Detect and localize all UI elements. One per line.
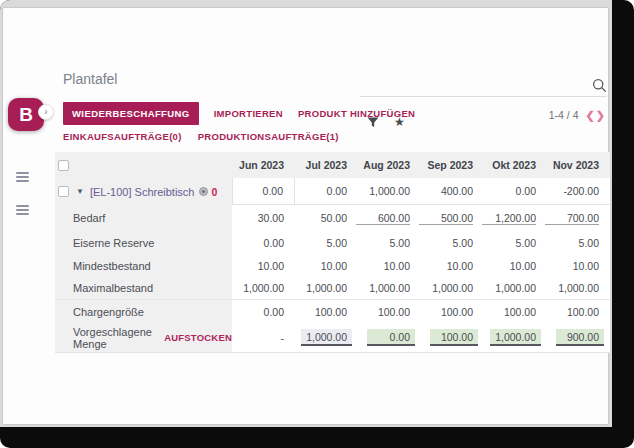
suggested-qty-input[interactable]: 0.00 (367, 329, 415, 346)
demand-cell: 1,200.00 (484, 205, 547, 231)
favorites-icon[interactable]: ★ (394, 116, 405, 128)
replenish-button[interactable]: WIEDERBESCHAFFUNG (63, 102, 199, 125)
min-stock-cell: 10.00 (295, 255, 358, 277)
suggested-qty-input[interactable]: 100.00 (430, 329, 478, 346)
batch-size-cell: 100.00 (358, 299, 421, 323)
safety-stock-row: Eiserne Reserve 0.00 5.00 5.00 5.00 5.00… (55, 231, 610, 255)
max-stock-cell: 1,000.00 (295, 277, 358, 299)
product-value-cell: 0.00 (295, 178, 358, 205)
header-select-cell (55, 152, 232, 178)
min-stock-cell: 10.00 (547, 255, 610, 277)
row-label: Eiserne Reserve (55, 231, 232, 255)
procurement-indicator-icon (199, 187, 208, 196)
pager: 1-4 / 4 ❮ ❯ (549, 109, 605, 121)
product-name[interactable]: [EL-100] Schreibtisch (90, 186, 195, 198)
max-stock-cell: 1,000.00 (484, 277, 547, 299)
filter-icon[interactable] (367, 117, 379, 128)
collapse-caret-icon[interactable]: ▼ (76, 187, 84, 196)
demand-input[interactable]: 500.00 (419, 212, 473, 225)
manufacturing-orders-button[interactable]: PRODUKTIONSAUFTRÄGE(1) (198, 131, 339, 142)
safety-stock-cell: 5.00 (421, 231, 484, 255)
suggested-qty-input[interactable]: 900.00 (556, 329, 604, 346)
max-stock-row: Maximalbestand 1,000.00 1,000.00 1,000.0… (55, 277, 610, 299)
row-label: Bedarf (55, 205, 232, 231)
toolbar-secondary-row: EINKAUFSAUFTRÄGE(0) PRODUKTIONSAUFTRÄGE(… (63, 131, 339, 142)
max-stock-cell: 1,000.00 (547, 277, 610, 299)
product-value-cell-negative: -200.00 (547, 178, 610, 205)
column-header: Jul 2023 (295, 152, 358, 178)
max-stock-cell: 1,000.00 (232, 277, 295, 299)
drag-handle-icon[interactable] (16, 172, 29, 182)
batch-size-cell: 100.00 (547, 299, 610, 323)
demand-input[interactable]: 600.00 (356, 212, 410, 225)
column-header: Aug 2023 (358, 152, 421, 178)
drag-handle-icon[interactable] (16, 205, 29, 215)
select-all-checkbox[interactable] (58, 160, 69, 171)
safety-stock-cell: 0.00 (232, 231, 295, 255)
min-stock-row: Mindestbestand 10.00 10.00 10.00 10.00 1… (55, 255, 610, 277)
product-value-cell: 0.00 (232, 178, 295, 205)
max-stock-cell: 1,000.00 (358, 277, 421, 299)
demand-input[interactable]: 1,200.00 (482, 212, 536, 225)
column-header: Okt 2023 (484, 152, 547, 178)
batch-size-cell: 100.00 (421, 299, 484, 323)
product-value-cell: 0.00 (484, 178, 547, 205)
min-stock-cell: 10.00 (484, 255, 547, 277)
demand-input[interactable]: 700.00 (545, 212, 599, 225)
safety-stock-cell: 5.00 (484, 231, 547, 255)
column-header: Jun 2023 (232, 152, 295, 178)
column-header: Nov 2023 (547, 152, 610, 178)
toolbar-primary-row: WIEDERBESCHAFFUNG IMPORTIEREN PRODUKT HI… (63, 102, 415, 125)
suggested-qty-cell: 1,000.00 (295, 323, 358, 353)
mps-table: Jun 2023 Jul 2023 Aug 2023 Sep 2023 Okt … (55, 152, 610, 353)
product-value-cell: 1,000.00 (358, 178, 421, 205)
batch-size-cell: 100.00 (484, 299, 547, 323)
sidebar-expand-button[interactable]: › (38, 104, 54, 120)
demand-cell: 600.00 (358, 205, 421, 231)
row-label-with-action: Vorgeschlagene Menge AUFSTOCKEN (55, 323, 232, 353)
batch-size-cell: 100.00 (295, 299, 358, 323)
product-checkbox[interactable] (58, 186, 69, 197)
screen: B › Plantafel WIEDERBESCHAFFUNG IMPORTIE… (0, 0, 634, 448)
purchase-orders-button[interactable]: EINKAUFSAUFTRÄGE(0) (63, 131, 182, 142)
safety-stock-cell: 5.00 (358, 231, 421, 255)
safety-stock-cell: 5.00 (547, 231, 610, 255)
suggested-qty-cell: - (232, 323, 295, 353)
demand-cell: 700.00 (547, 205, 610, 231)
pager-range: 1-4 / 4 (549, 109, 579, 121)
replenish-row-link[interactable]: AUFSTOCKEN (164, 332, 232, 343)
procurement-count-badge: 0 (211, 186, 217, 198)
suggested-qty-cell: 0.00 (358, 323, 421, 353)
search-input[interactable] (360, 75, 580, 95)
demand-cell: 30.00 (232, 205, 295, 231)
pager-next-button[interactable]: ❯ (596, 109, 605, 121)
row-label: Vorgeschlagene Menge (73, 326, 156, 350)
demand-cell: 500.00 (421, 205, 484, 231)
import-button[interactable]: IMPORTIEREN (214, 108, 283, 119)
row-label: Mindestbestand (55, 255, 232, 277)
batch-size-row: Chargengröße 0.00 100.00 100.00 100.00 1… (55, 299, 610, 323)
suggested-qty-row: Vorgeschlagene Menge AUFSTOCKEN - 1,000.… (55, 323, 610, 353)
table-header-row: Jun 2023 Jul 2023 Aug 2023 Sep 2023 Okt … (55, 152, 610, 178)
product-label-cell: ▼ [EL-100] Schreibtisch 0 (55, 178, 232, 205)
search-bar (360, 75, 607, 97)
suggested-qty-cell: 900.00 (547, 323, 610, 353)
demand-row: Bedarf 30.00 50.00 600.00 500.00 1,200.0… (55, 205, 610, 231)
min-stock-cell: 10.00 (232, 255, 295, 277)
row-label: Chargengröße (55, 299, 232, 323)
suggested-qty-input[interactable]: 1,000.00 (301, 329, 352, 346)
page-title: Plantafel (63, 71, 117, 87)
demand-cell: 50.00 (295, 205, 358, 231)
product-row: ▼ [EL-100] Schreibtisch 0 0.00 0.00 1,00… (55, 178, 610, 205)
suggested-qty-cell: 1,000.00 (484, 323, 547, 353)
product-value-cell: 400.00 (421, 178, 484, 205)
search-icon[interactable] (592, 78, 607, 93)
row-label: Maximalbestand (55, 277, 232, 299)
search-facets: ★ (367, 116, 405, 128)
app-window: B › Plantafel WIEDERBESCHAFFUNG IMPORTIE… (2, 7, 609, 425)
max-stock-cell: 1,000.00 (421, 277, 484, 299)
suggested-qty-cell: 100.00 (421, 323, 484, 353)
min-stock-cell: 10.00 (421, 255, 484, 277)
pager-prev-button[interactable]: ❮ (586, 109, 595, 121)
suggested-qty-input[interactable]: 1,000.00 (490, 329, 541, 346)
